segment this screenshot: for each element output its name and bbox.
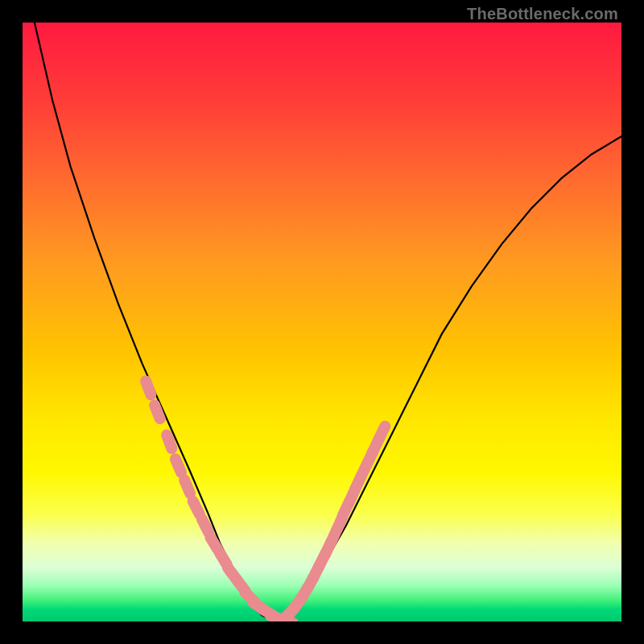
bottleneck-curve — [35, 23, 621, 621]
chart-frame: TheBottleneck.com — [0, 0, 644, 644]
plot-area — [23, 23, 621, 621]
marker-pill — [167, 435, 171, 448]
left-marker-cluster — [146, 381, 293, 621]
marker-pill — [175, 459, 181, 473]
marker-pill — [379, 427, 386, 440]
marker-pill — [146, 381, 151, 394]
right-marker-cluster — [281, 427, 385, 622]
marker-pill — [155, 405, 160, 419]
marker-pill — [184, 480, 190, 493]
watermark-text: TheBottleneck.com — [467, 5, 618, 23]
marker-pill — [202, 519, 208, 532]
marker-pill — [193, 502, 200, 514]
curve-layer — [23, 23, 621, 621]
